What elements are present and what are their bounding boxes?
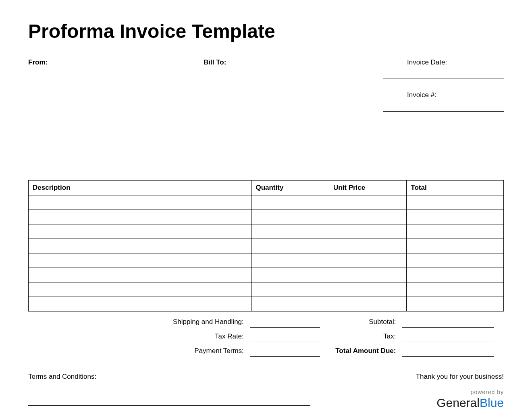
cell-description[interactable] xyxy=(29,253,251,268)
meta-block: Invoice Date: Invoice #: xyxy=(383,58,504,124)
from-block: From: xyxy=(28,58,204,124)
tax-rate-label: Tax Rate: xyxy=(28,332,247,342)
cell-total[interactable] xyxy=(407,239,504,253)
cell-quantity[interactable] xyxy=(251,224,329,239)
table-row xyxy=(29,253,504,268)
cell-description[interactable] xyxy=(29,224,251,239)
thanks-block: Thank you for your business! powered by … xyxy=(310,373,504,411)
terms-label: Terms and Conditions: xyxy=(28,373,310,381)
table-row xyxy=(29,297,504,311)
cell-unit_price[interactable] xyxy=(329,195,406,210)
cell-total[interactable] xyxy=(407,224,504,239)
cell-unit_price[interactable] xyxy=(329,239,406,253)
cell-total[interactable] xyxy=(407,297,504,311)
cell-description[interactable] xyxy=(29,268,251,282)
brand-general: General xyxy=(436,396,480,409)
page-title: Proforma Invoice Template xyxy=(28,20,504,42)
cell-quantity[interactable] xyxy=(251,297,329,311)
cell-quantity[interactable] xyxy=(251,253,329,268)
cell-total[interactable] xyxy=(407,195,504,210)
cell-unit_price[interactable] xyxy=(329,210,406,224)
cell-description[interactable] xyxy=(29,282,251,297)
cell-unit_price[interactable] xyxy=(329,297,406,311)
header-info: From: Bill To: Invoice Date: Invoice #: xyxy=(28,58,504,124)
payment-terms-field[interactable] xyxy=(250,342,320,357)
table-row xyxy=(29,224,504,239)
table-row xyxy=(29,268,504,282)
subtotal-label: Subtotal: xyxy=(323,318,399,328)
cell-description[interactable] xyxy=(29,195,251,210)
table-row xyxy=(29,195,504,210)
line-items-table: Description Quantity Unit Price Total xyxy=(28,180,504,311)
col-header-description: Description xyxy=(29,181,251,195)
thank-you-text: Thank you for your business! xyxy=(310,373,504,381)
invoice-number-field[interactable] xyxy=(383,111,504,112)
tax-rate-field[interactable] xyxy=(250,328,320,342)
col-header-quantity: Quantity xyxy=(251,181,329,195)
cell-total[interactable] xyxy=(407,282,504,297)
cell-total[interactable] xyxy=(407,268,504,282)
cell-quantity[interactable] xyxy=(251,282,329,297)
cell-quantity[interactable] xyxy=(251,239,329,253)
tax-field[interactable] xyxy=(402,328,494,342)
summary-section: Shipping and Handling: Tax Rate: Payment… xyxy=(28,313,504,357)
table-row xyxy=(29,282,504,297)
terms-line-2[interactable] xyxy=(28,405,310,406)
bill-to-block: Bill To: xyxy=(204,58,383,124)
cell-unit_price[interactable] xyxy=(329,282,406,297)
brand-blue: Blue xyxy=(480,396,504,409)
tax-label: Tax: xyxy=(323,332,399,342)
shipping-label: Shipping and Handling: xyxy=(28,318,247,328)
cell-quantity[interactable] xyxy=(251,195,329,210)
cell-description[interactable] xyxy=(29,239,251,253)
table-row xyxy=(29,239,504,253)
bill-to-label: Bill To: xyxy=(204,58,226,66)
from-label: From: xyxy=(28,58,48,66)
cell-total[interactable] xyxy=(407,253,504,268)
invoice-date-field[interactable] xyxy=(383,79,504,79)
subtotal-field[interactable] xyxy=(402,313,494,328)
total-due-label: Total Amount Due: xyxy=(323,347,399,357)
table-row xyxy=(29,210,504,224)
cell-unit_price[interactable] xyxy=(329,268,406,282)
cell-quantity[interactable] xyxy=(251,210,329,224)
invoice-date-label: Invoice Date: xyxy=(383,58,504,66)
brand-logo: GeneralBlue xyxy=(310,396,504,410)
cell-unit_price[interactable] xyxy=(329,253,406,268)
cell-total[interactable] xyxy=(407,210,504,224)
cell-description[interactable] xyxy=(29,210,251,224)
cell-unit_price[interactable] xyxy=(329,224,406,239)
cell-description[interactable] xyxy=(29,297,251,311)
col-header-total: Total xyxy=(407,181,504,195)
total-due-field[interactable] xyxy=(402,342,494,357)
footer-section: Terms and Conditions: Thank you for your… xyxy=(28,373,504,411)
payment-terms-label: Payment Terms: xyxy=(28,347,247,357)
powered-by-text: powered by xyxy=(310,389,504,395)
shipping-field[interactable] xyxy=(250,313,320,328)
terms-line-1[interactable] xyxy=(28,393,310,393)
col-header-unit-price: Unit Price xyxy=(329,181,406,195)
cell-quantity[interactable] xyxy=(251,268,329,282)
invoice-number-label: Invoice #: xyxy=(383,91,504,99)
terms-block: Terms and Conditions: xyxy=(28,373,310,411)
